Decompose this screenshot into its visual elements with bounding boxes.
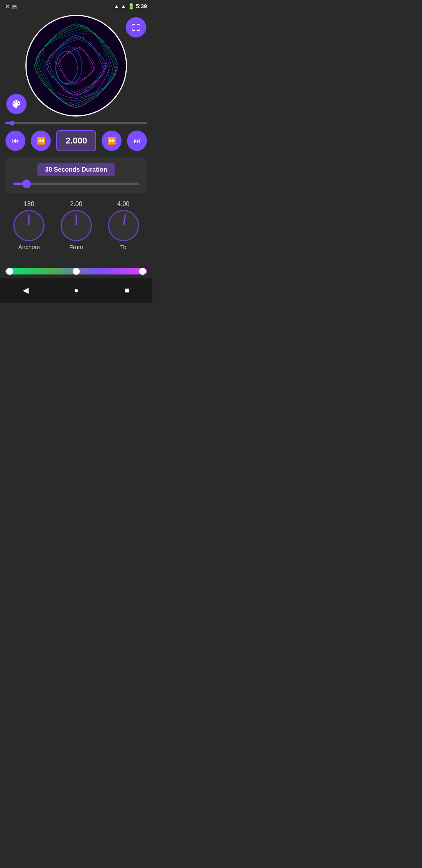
home-icon: ● xyxy=(74,286,79,295)
status-left: ⊙ ▤ xyxy=(5,4,17,9)
signal-icon: ▲ xyxy=(121,3,126,9)
palette-button[interactable] xyxy=(6,94,27,114)
recent-button[interactable]: ■ xyxy=(119,282,135,298)
from-label: From xyxy=(69,244,83,250)
rewind-button[interactable]: ⏪ xyxy=(31,131,51,151)
gradient-dot-center[interactable] xyxy=(73,268,80,275)
anchors-knob[interactable] xyxy=(13,210,45,241)
duration-slider-fill xyxy=(13,183,23,185)
nav-bar: ◀ ● ■ xyxy=(0,278,152,303)
palette-icon xyxy=(11,99,21,109)
recent-icon: ■ xyxy=(125,286,129,295)
battery-icon: 🔋 xyxy=(128,3,134,9)
duration-label-container: 30 Seconds Duration xyxy=(13,163,139,176)
transport-value-display[interactable]: 2.000 xyxy=(56,130,96,151)
anchors-knob-container: 180 Anchors xyxy=(13,201,45,250)
prev-icon: ⏮ xyxy=(12,137,19,145)
next-icon: ⏭ xyxy=(134,137,141,145)
gradient-dot-right[interactable] xyxy=(139,268,146,275)
canvas-area xyxy=(0,11,152,120)
duration-slider-thumb xyxy=(22,179,31,188)
duration-label: 30 Seconds Duration xyxy=(37,163,115,176)
to-knob[interactable] xyxy=(108,210,139,241)
time-display: 5:39 xyxy=(136,3,147,9)
status-right: ▲ ▲ 🔋 5:39 xyxy=(114,3,147,9)
spiral-display xyxy=(25,15,127,117)
from-knob-indicator xyxy=(75,214,77,225)
sim-icon: ⊙ xyxy=(5,4,10,9)
back-button[interactable]: ◀ xyxy=(18,282,33,298)
wifi-icon: ▲ xyxy=(114,3,119,9)
fullscreen-button[interactable] xyxy=(126,17,146,38)
clipboard-icon: ▤ xyxy=(12,4,17,9)
back-icon: ◀ xyxy=(23,285,29,295)
knobs-section: 180 Anchors 2.00 From 4.00 To xyxy=(0,196,152,256)
fullscreen-icon xyxy=(131,23,141,32)
anchors-value: 180 xyxy=(24,201,34,208)
anchors-label: Anchors xyxy=(18,244,40,250)
transport-controls: ⏮ ⏪ 2.000 ⏩ ⏭ xyxy=(0,127,152,154)
progress-bar-track[interactable] xyxy=(5,122,147,124)
next-button[interactable]: ⏭ xyxy=(127,131,147,151)
forward-icon: ⏩ xyxy=(107,136,116,145)
from-value: 2.00 xyxy=(70,201,82,208)
status-bar: ⊙ ▤ ▲ ▲ 🔋 5:39 xyxy=(0,0,152,11)
progress-bar-container[interactable] xyxy=(0,120,152,127)
from-knob-container: 2.00 From xyxy=(61,201,92,250)
gradient-bar-container[interactable] xyxy=(0,264,152,278)
gradient-bar[interactable] xyxy=(5,268,147,274)
forward-button[interactable]: ⏩ xyxy=(102,131,122,151)
prev-button[interactable]: ⏮ xyxy=(5,131,25,151)
to-label: To xyxy=(120,244,127,250)
duration-panel: 30 Seconds Duration xyxy=(5,158,147,193)
to-knob-indicator xyxy=(123,214,126,225)
to-value: 4.00 xyxy=(117,201,129,208)
duration-slider[interactable] xyxy=(13,183,139,185)
rewind-icon: ⏪ xyxy=(37,136,45,145)
spiral-svg xyxy=(27,16,126,115)
to-knob-container: 4.00 To xyxy=(108,201,139,250)
from-knob[interactable] xyxy=(61,210,92,241)
home-button[interactable]: ● xyxy=(68,282,84,298)
progress-bar-thumb xyxy=(10,121,14,126)
anchors-knob-indicator xyxy=(29,214,30,225)
gradient-dot-left[interactable] xyxy=(6,268,13,275)
